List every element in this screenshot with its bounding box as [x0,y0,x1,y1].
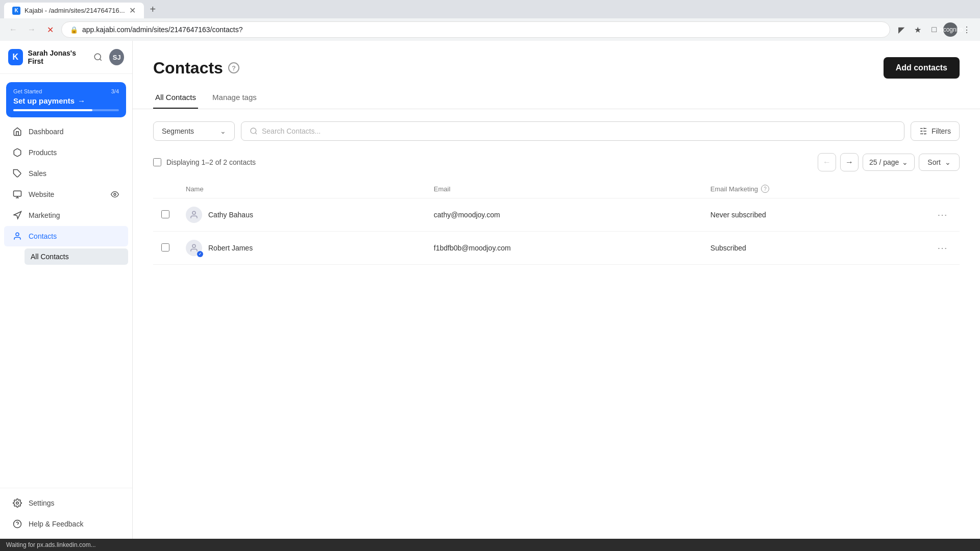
per-page-dropdown[interactable]: 25 / page ⌄ [863,154,915,171]
sidebar-item-settings[interactable]: Settings [4,493,128,513]
forward-button[interactable]: → [24,22,39,37]
page-title: Contacts [153,59,223,78]
page-help-icon[interactable]: ? [228,62,239,73]
name-column-header: Name [178,180,426,198]
next-page-button[interactable]: → [840,153,859,171]
more-options-button[interactable]: ⋯ [933,240,951,256]
table-pagination-row: Displaying 1–2 of 2 contacts ← → 25 / pa… [153,149,960,180]
cast-button[interactable]: ◤ [894,22,909,37]
monitor-icon [12,189,22,199]
sidebar-item-marketing[interactable]: Marketing [4,205,128,226]
row-checkbox[interactable] [161,210,169,218]
contact-name-cell: Cathy Bahaus [186,207,418,223]
pagination-controls: ← → 25 / page ⌄ Sort ⌄ [818,153,960,171]
url-text: app.kajabi.com/admin/sites/2147647163/co… [82,26,242,34]
status-text: Waiting for px.ads.linkedin.com... [6,541,96,548]
sidebar-item-contacts[interactable]: Contacts [4,226,128,246]
svg-point-21 [192,244,195,247]
app-layout: K Sarah Jonas's First SJ Get Started 3/4… [0,41,980,539]
reload-button[interactable]: ✕ [43,22,57,37]
row-checkbox-cell [153,232,178,265]
bookmark-button[interactable]: ★ [911,22,925,37]
table-body: Cathy Bahaus cathy@moodjoy.com Never sub… [153,198,960,265]
actions-column-header [925,180,960,198]
filters-label: Filters [932,127,951,135]
search-bar [241,121,904,141]
house-icon [12,127,22,137]
status-bar: Waiting for px.ads.linkedin.com... [0,539,980,551]
avatar[interactable]: SJ [109,49,124,65]
address-bar[interactable]: 🔒 app.kajabi.com/admin/sites/2147647163/… [61,21,890,38]
active-tab[interactable]: K Kajabi - /admin/sites/214764716... ✕ [4,3,144,18]
back-button[interactable]: ← [6,22,20,37]
sidebar-item-sales[interactable]: Sales [4,163,128,184]
prev-page-button[interactable]: ← [818,153,836,171]
sidebar-item-products[interactable]: Products [4,142,128,163]
browser-chrome: K Kajabi - /admin/sites/214764716... ✕ +… [0,0,980,41]
name-cell: Cathy Bahaus [178,198,426,232]
name-cell: Robert James [178,232,426,265]
tab-all-contacts[interactable]: All Contacts [153,87,198,109]
email-column-header: Email [426,180,702,198]
sidebar-item-label: Dashboard [29,128,64,136]
email-marketing-cell: Never subscribed [702,198,925,232]
lock-icon: 🔒 [70,26,78,34]
table-row[interactable]: Robert James f1bdfb0b@moodjoy.com Subscr… [153,232,960,265]
svg-rect-2 [14,191,21,196]
tab-title: Kajabi - /admin/sites/214764716... [24,7,125,14]
browser-toolbar: ← → ✕ 🔒 app.kajabi.com/admin/sites/21476… [0,18,980,41]
search-input[interactable] [262,127,896,135]
get-started-card[interactable]: Get Started 3/4 Set up payments → [6,82,126,117]
page-title-row: Contacts ? [153,59,239,78]
select-all-checkbox[interactable] [153,158,161,166]
sidebar-item-help[interactable]: Help & Feedback [4,514,128,534]
logo-text: K [13,53,19,62]
sidebar-item-website[interactable]: Website [4,184,128,205]
tab-manage-tags[interactable]: Manage tags [210,87,259,109]
browser-tabs: K Kajabi - /admin/sites/214764716... ✕ + [0,0,980,18]
person-icon [12,231,22,241]
email-marketing-cell: Subscribed [702,232,925,265]
row-checkbox[interactable] [161,243,169,252]
page-header: Contacts ? Add contacts [133,41,980,79]
person-avatar-icon [189,243,199,253]
segments-label: Segments [162,127,194,135]
segments-dropdown[interactable]: Segments ⌄ [153,121,235,141]
chevron-down-icon: ⌄ [902,158,908,166]
contact-avatar [186,207,202,223]
incognito-badge: Incognito [943,22,958,37]
header-search-button[interactable] [91,50,104,64]
tab-close-button[interactable]: ✕ [129,6,136,15]
eye-icon [110,189,120,199]
question-icon [12,519,22,529]
svg-point-10 [251,128,256,134]
actions-cell: ⋯ [925,198,960,232]
sidebar-item-label: Settings [29,499,55,507]
get-started-progress-bar [13,109,92,111]
email-marketing-help-icon[interactable]: ? [761,185,769,193]
svg-point-7 [16,502,19,505]
contact-name-cell: Robert James [186,240,418,256]
person-avatar-icon [189,210,199,219]
submenu-item-all-contacts[interactable]: All Contacts [24,248,128,265]
actions-cell: ⋯ [925,232,960,265]
sort-button[interactable]: Sort ⌄ [919,154,960,171]
table-row[interactable]: Cathy Bahaus cathy@moodjoy.com Never sub… [153,198,960,232]
svg-point-20 [192,211,195,214]
contacts-table: Name Email Email Marketing ? [153,180,960,265]
site-name: Sarah Jonas's First [28,49,87,65]
menu-button[interactable]: ⋮ [960,22,974,37]
more-options-button[interactable]: ⋯ [933,207,951,223]
search-icon [93,53,103,62]
table-controls: Segments ⌄ Filters [153,121,960,141]
email-marketing-column-header: Email Marketing ? [702,180,925,198]
box-icon [12,147,22,158]
filter-icon [919,127,927,135]
contact-avatar [186,240,202,256]
chevron-down-icon: ⌄ [945,158,951,166]
add-contacts-button[interactable]: Add contacts [884,57,960,79]
row-checkbox-cell [153,198,178,232]
new-tab-button[interactable]: + [144,1,162,18]
filters-button[interactable]: Filters [911,121,960,141]
sidebar-item-dashboard[interactable]: Dashboard [4,121,128,142]
